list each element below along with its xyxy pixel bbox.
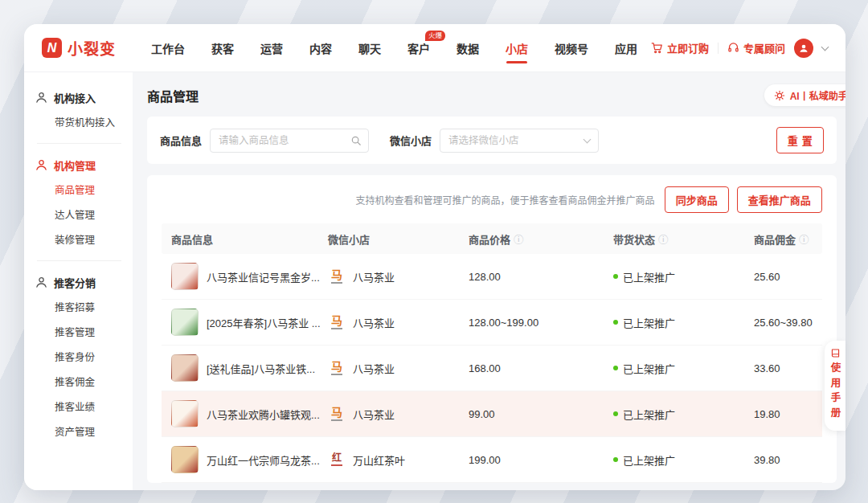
top-nav: 工作台 获客 运营 内容 聊天 客户 火爆 数据 小店 视频号 应用 [151, 24, 637, 72]
store-name: 八马茶业 [353, 407, 395, 422]
order-now-label: 立即订购 [667, 40, 709, 55]
wechat-shop-select[interactable] [440, 129, 599, 153]
store-name: 八马茶业 [353, 269, 395, 284]
nav-item-content[interactable]: 内容 [309, 24, 332, 72]
nav-item-acquisition[interactable]: 获客 [211, 24, 234, 72]
info-icon[interactable] [514, 231, 524, 247]
store-name: 万山红茶叶 [353, 452, 405, 468]
product-price: 128.00 [469, 271, 613, 283]
nav-item-apps[interactable]: 应用 [615, 24, 637, 72]
sidebar-item-asset-management[interactable]: 资产管理 [55, 427, 126, 439]
header-actions: 立即订购 专属顾问 [651, 39, 828, 58]
sidebar-section-label: 机构接入 [54, 90, 96, 105]
sidebar-item-promoter-recruit[interactable]: 推客招募 [55, 302, 126, 314]
nav-item-shop[interactable]: 小店 [506, 24, 528, 72]
chevron-down-icon[interactable] [821, 43, 829, 51]
product-thumbnail [171, 446, 199, 473]
sidebar-item-decoration-management[interactable]: 装修管理 [55, 235, 126, 247]
sidebar-item-talent-management[interactable]: 达人管理 [55, 210, 126, 222]
sidebar-item-live-agency-access[interactable]: 带货机构接入 [55, 117, 126, 129]
sidebar-item-promoter-commission[interactable]: 推客佣金 [55, 377, 126, 389]
info-icon[interactable] [799, 231, 809, 247]
wechat-shop-select-input[interactable] [440, 129, 599, 153]
sidebar-item-promoter-identity[interactable]: 推客身份 [55, 352, 126, 364]
status-dot [613, 274, 618, 279]
table-row[interactable]: 万山红一代宗师乌龙茶... 万山红茶叶 199.00 已上架推广 39.80 [162, 437, 822, 483]
product-thumbnail [171, 354, 199, 382]
nav-item-data[interactable]: 数据 [457, 24, 479, 72]
product-commission: 25.60 [754, 271, 813, 283]
sidebar-divider [37, 143, 121, 144]
product-name: 八马茶业信记号黑金岁... [207, 269, 320, 284]
person-icon [35, 92, 47, 104]
table-toolbar: 支持机构查看和管理可推广的商品，便于推客查看商品佣金并推广商品 同步商品 查看推… [162, 186, 822, 213]
wechat-shop-label: 微信小店 [390, 133, 432, 148]
filter-bar: 商品信息 微信小店 重置 [147, 117, 837, 164]
sidebar-section-promoter-distribution[interactable]: 推客分销 [35, 275, 126, 290]
sidebar-item-promoter-management[interactable]: 推客管理 [55, 327, 126, 339]
nav-item-video[interactable]: 视频号 [555, 24, 588, 72]
book-icon [830, 348, 841, 358]
nav-item-chat[interactable]: 聊天 [358, 24, 381, 72]
table-row[interactable]: [2025年春茶]八马茶业 ... 八马茶业 128.00~199.00 已上架… [162, 300, 822, 346]
toolbar-hint: 支持机构查看和管理可推广的商品，便于推客查看商品佣金并推广商品 [356, 193, 655, 207]
hot-badge: 火爆 [425, 31, 445, 41]
table-row[interactable]: 八马茶业欢腾小罐铁观... 八马茶业 99.00 已上架推广 19.80 [162, 391, 822, 437]
sync-products-button[interactable]: 同步商品 [665, 186, 729, 213]
sidebar-section-agency-access[interactable]: 机构接入 [35, 90, 126, 105]
store-logo-icon [328, 404, 346, 423]
page-title: 商品管理 [147, 86, 199, 105]
column-commission: 商品佣金 [754, 231, 813, 247]
person-icon [35, 276, 47, 288]
sidebar-section-label: 推客分销 [54, 275, 96, 290]
table-row[interactable]: 八马茶业信记号黑金岁... 八马茶业 128.00 已上架推广 25.60 [162, 254, 822, 300]
table-header: 商品信息 微信小店 商品价格 带货状态 商品佣金 [162, 223, 822, 254]
view-promoted-products-button[interactable]: 查看推广商品 [737, 186, 822, 213]
product-search-input[interactable] [210, 129, 369, 153]
app-window: N 小裂变 工作台 获客 运营 内容 聊天 客户 火爆 数据 小店 视频号 应用 [24, 24, 845, 490]
nav-item-workbench[interactable]: 工作台 [151, 24, 185, 72]
search-icon[interactable] [350, 135, 362, 146]
ai-flower-icon [774, 90, 785, 101]
brand-logo[interactable]: N 小裂变 [42, 37, 116, 59]
store-logo-icon [328, 267, 346, 286]
sidebar: 机构接入 带货机构接入 机构管理 商品管理 达人管理 装修管理 [24, 72, 133, 490]
store-logo-icon [328, 313, 346, 332]
product-price: 128.00~199.00 [469, 317, 613, 329]
cart-icon [651, 42, 663, 54]
user-manual-tab[interactable]: 使用手册 [825, 341, 845, 431]
table-row[interactable]: [送礼佳品]八马茶业铁... 八马茶业 168.00 已上架推广 33.60 [162, 346, 822, 391]
sidebar-section-agency-management[interactable]: 机构管理 [35, 157, 126, 173]
info-icon[interactable] [658, 231, 669, 247]
ai-assistant-button[interactable]: AI丨私域助手 [764, 84, 845, 106]
product-thumbnail [171, 400, 199, 427]
sidebar-item-product-management[interactable]: 商品管理 [55, 185, 126, 197]
person-icon [35, 159, 47, 171]
brand-name: 小裂变 [68, 37, 116, 59]
nav-item-customer[interactable]: 客户 火爆 [407, 24, 430, 72]
store-name: 八马茶业 [353, 315, 395, 330]
order-now-button[interactable]: 立即订购 [651, 40, 709, 55]
main-content: 商品管理 AI丨私域助手 商品信息 [133, 72, 845, 490]
column-product-info: 商品信息 [171, 231, 328, 247]
status-dot [613, 320, 618, 325]
product-thumbnail [171, 263, 199, 290]
nav-item-operation[interactable]: 运营 [260, 24, 283, 72]
header-divider [718, 43, 719, 54]
product-commission: 39.80 [754, 454, 813, 466]
reset-button[interactable]: 重置 [776, 127, 824, 153]
brand-logo-icon: N [42, 38, 62, 58]
advisor-label: 专属顾问 [743, 40, 785, 55]
product-price: 199.00 [469, 454, 613, 466]
status-text: 已上架推广 [623, 361, 675, 376]
product-price: 168.00 [469, 362, 613, 374]
sidebar-item-promoter-performance[interactable]: 推客业绩 [55, 402, 126, 414]
status-dot [613, 411, 618, 416]
column-price: 商品价格 [469, 231, 613, 247]
store-logo-icon [328, 358, 346, 378]
product-commission: 25.60~39.80 [754, 317, 813, 329]
advisor-button[interactable]: 专属顾问 [727, 40, 785, 55]
sidebar-section-label: 机构管理 [54, 157, 96, 173]
product-table-card: 支持机构查看和管理可推广的商品，便于推客查看商品佣金并推广商品 同步商品 查看推… [147, 175, 837, 483]
user-avatar[interactable] [794, 39, 813, 58]
